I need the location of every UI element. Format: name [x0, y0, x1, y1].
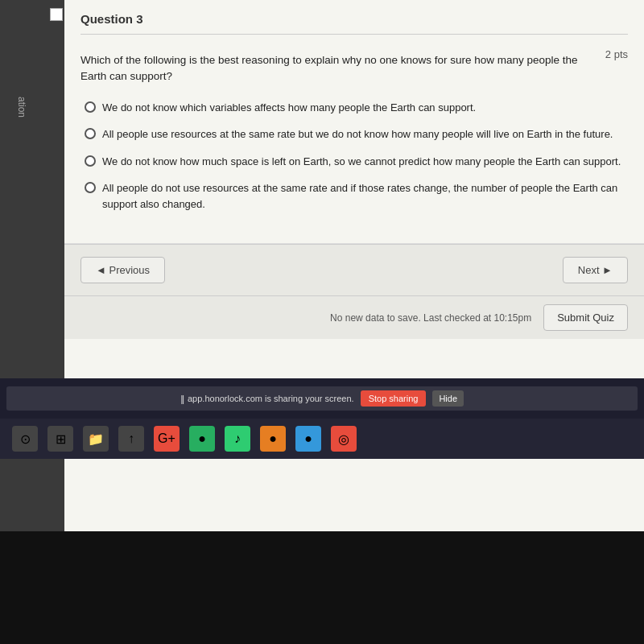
app-icon-green[interactable]: ●: [189, 426, 215, 452]
points-label: 2 pts: [605, 48, 628, 60]
radio-a[interactable]: [85, 101, 96, 113]
bottom-bar: No new data to save. Last checked at 10:…: [64, 295, 644, 339]
taskbar-icons-bar: ⊙ ⊞ 📁 ↑ G+ ● ♪ ● ● ◎: [0, 419, 644, 459]
option-text-c: We do not know how much space is left on…: [102, 154, 621, 170]
question-section: Question 3 2 pts Which of the following …: [64, 0, 644, 244]
question-body: 2 pts Which of the following is the best…: [80, 44, 628, 231]
previous-button[interactable]: ◄ Previous: [80, 257, 165, 283]
app-icon-orange[interactable]: ●: [260, 426, 286, 452]
question-number: Question 3: [80, 12, 143, 26]
hide-button[interactable]: Hide: [432, 390, 464, 407]
answer-option-a[interactable]: We do not know which variables affects h…: [85, 100, 624, 116]
question-header: Question 3: [80, 12, 628, 35]
answer-option-c[interactable]: We do not know how much space is left on…: [85, 154, 624, 170]
taskbar: ‖ app.honorlock.com is sharing your scre…: [0, 378, 644, 419]
option-text-b: All people use resources at the same rat…: [102, 126, 613, 142]
next-button[interactable]: Next ►: [563, 257, 628, 283]
search-icon[interactable]: ⊙: [12, 426, 38, 452]
stop-sharing-button[interactable]: Stop sharing: [361, 390, 427, 407]
radio-c[interactable]: [85, 155, 96, 167]
question-checkbox[interactable]: [50, 8, 63, 21]
answer-option-b[interactable]: All people use resources at the same rat…: [85, 126, 624, 142]
arrow-icon[interactable]: ↑: [118, 426, 144, 452]
dark-bottom-area: [0, 531, 644, 644]
app-icon-chrome[interactable]: ◎: [331, 426, 357, 452]
submit-quiz-button[interactable]: Submit Quiz: [543, 304, 628, 331]
sidebar-label: ation: [16, 97, 27, 118]
grid-icon[interactable]: ⊞: [47, 426, 73, 452]
radio-b[interactable]: [85, 128, 96, 139]
navigation-section: ◄ Previous Next ►: [64, 244, 644, 295]
app-icon-blue[interactable]: ●: [295, 426, 321, 452]
screen-share-message: ‖ app.honorlock.com is sharing your scre…: [180, 394, 354, 404]
app-icon-red[interactable]: G+: [154, 426, 180, 452]
app-icon-green2[interactable]: ♪: [225, 426, 250, 452]
radio-d[interactable]: [85, 182, 96, 193]
folder-icon[interactable]: 📁: [83, 426, 109, 452]
answer-option-d[interactable]: All people do not use resources at the s…: [85, 180, 624, 212]
answer-options: We do not know which variables affects h…: [80, 100, 628, 213]
option-text-d: All people do not use resources at the s…: [102, 180, 624, 212]
question-text: Which of the following is the best reaso…: [80, 52, 628, 85]
option-text-a: We do not know which variables affects h…: [102, 100, 476, 116]
save-status: No new data to save. Last checked at 10:…: [330, 312, 531, 324]
screen-share-notification: ‖ app.honorlock.com is sharing your scre…: [6, 386, 638, 411]
